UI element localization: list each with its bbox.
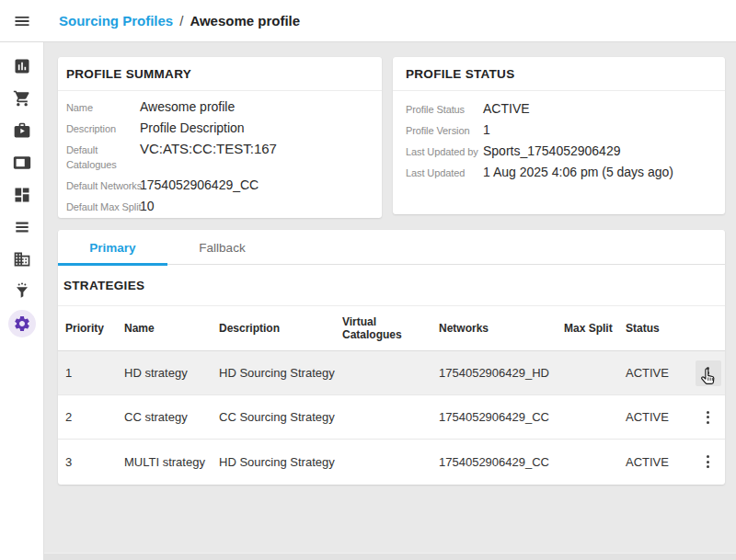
breadcrumb-separator: / (179, 13, 183, 29)
summary-row-default-max-split: Default Max Split 10 (66, 198, 373, 214)
menu-button[interactable] (0, 0, 44, 42)
strategies-card: Primary Fallback STRATEGIES Priority Nam… (58, 230, 725, 485)
kebab-icon (707, 455, 709, 468)
cell-name: HD strategy (124, 366, 219, 380)
breadcrumb-link-sourcing-profiles[interactable]: Sourcing Profiles (59, 13, 173, 29)
cell-description: CC Sourcing Strategy (219, 410, 342, 424)
status-row-profile-version: Profile Version 1 (406, 121, 716, 138)
strategies-table-header: Priority Name Description Virtual Catalo… (58, 306, 725, 351)
kebab-icon (707, 411, 709, 424)
status-row-profile-status: Profile Status ACTIVE (406, 100, 716, 117)
tab-fallback[interactable]: Fallback (167, 230, 277, 265)
row-actions-button[interactable] (696, 360, 721, 386)
field-value: Profile Description (140, 120, 373, 136)
tab-primary[interactable]: Primary (58, 230, 167, 265)
page-title: Awesome profile (190, 13, 300, 29)
profile-summary-title: PROFILE SUMMARY (58, 57, 382, 91)
breadcrumb: Sourcing Profiles / Awesome profile (59, 13, 300, 29)
summary-row-name: Name Awesome profile (66, 98, 373, 115)
list-icon (13, 218, 31, 236)
cell-networks: 1754052906429_CC (439, 410, 564, 424)
row-actions-button[interactable] (696, 449, 721, 474)
hamburger-icon (13, 12, 31, 30)
bottom-strip (44, 553, 736, 560)
cell-priority: 1 (65, 366, 124, 380)
field-label: Profile Status (406, 100, 483, 117)
summary-row-default-networks: Default Networks 1754052906429_CC (66, 177, 373, 193)
cell-description: HD Sourcing Strategy (219, 455, 342, 469)
col-header-priority: Priority (65, 322, 124, 335)
cell-name: CC strategy (124, 410, 219, 424)
cell-priority: 2 (65, 410, 124, 424)
sidebar-item-organization[interactable] (0, 243, 44, 275)
field-value: 1754052906429_CC (140, 177, 373, 193)
panel-icon (13, 154, 31, 172)
status-row-last-updated-by: Last Updated by Sports_1754052906429 (406, 143, 716, 159)
dashboard-icon (13, 186, 31, 204)
cell-status: ACTIVE (626, 366, 691, 380)
col-header-max-split: Max Split (564, 322, 626, 335)
sidebar-item-settings[interactable] (0, 307, 44, 339)
cell-description: HD Sourcing Strategy (219, 366, 342, 380)
bar-chart-icon (13, 57, 31, 75)
field-value: Awesome profile (140, 98, 373, 115)
cell-priority: 3 (65, 455, 124, 469)
table-row[interactable]: 3 MULTI strategy HD Sourcing Strategy 17… (58, 440, 725, 484)
active-item-highlight (8, 310, 36, 337)
field-label: Last Updated by (406, 143, 483, 159)
field-label: Description (66, 120, 140, 136)
cell-status: ACTIVE (626, 410, 691, 424)
cell-networks: 1754052906429_CC (439, 455, 564, 469)
col-header-name: Name (124, 322, 219, 335)
sidebar-item-cart[interactable] (0, 82, 44, 114)
profile-status-title: PROFILE STATUS (393, 57, 725, 91)
field-value: 1 (483, 121, 716, 138)
cell-status: ACTIVE (626, 455, 691, 469)
field-value: ACTIVE (483, 100, 716, 117)
top-bar: Sourcing Profiles / Awesome profile (0, 0, 736, 42)
profile-summary-card: PROFILE SUMMARY Name Awesome profile Des… (58, 57, 382, 218)
col-header-status: Status (626, 322, 691, 335)
row-actions-button[interactable] (696, 405, 721, 430)
sidebar-item-sourcing[interactable] (0, 275, 44, 307)
tab-bar: Primary Fallback (58, 230, 725, 265)
table-row[interactable]: 2 CC strategy CC Sourcing Strategy 17540… (58, 395, 725, 440)
profile-status-card: PROFILE STATUS Profile Status ACTIVE Pro… (393, 57, 725, 214)
field-label: Default Catalogues (66, 141, 140, 172)
field-label: Name (66, 98, 140, 115)
col-header-description: Description (219, 322, 342, 335)
cart-icon (13, 89, 31, 108)
sidebar-item-media[interactable] (0, 114, 44, 146)
field-label: Default Max Split (66, 198, 140, 214)
col-header-networks: Networks (439, 322, 564, 335)
kebab-icon (707, 367, 709, 380)
col-header-virtual-catalogues: Virtual Catalogues (342, 315, 439, 341)
table-row[interactable]: 1 HD strategy HD Sourcing Strategy 17540… (58, 351, 725, 395)
gear-icon (13, 314, 31, 333)
media-bag-icon (13, 121, 31, 140)
field-label: Last Updated (406, 164, 483, 180)
field-value: 10 (140, 198, 373, 214)
summary-row-description: Description Profile Description (66, 120, 373, 136)
sidebar-item-panel[interactable] (0, 146, 44, 178)
field-value: VC:ATS:CC:TEST:167 (140, 141, 373, 157)
cell-networks: 1754052906429_HD (439, 366, 564, 380)
app-window: Sourcing Profiles / Awesome profile (0, 0, 736, 560)
sidebar (0, 42, 44, 560)
cell-name: MULTI strategy (124, 455, 219, 469)
field-value: Sports_1754052906429 (483, 143, 716, 159)
sidebar-item-list[interactable] (0, 211, 44, 243)
status-row-last-updated: Last Updated 1 Aug 2025 4:06 pm (5 days … (406, 164, 716, 180)
sidebar-item-analytics[interactable] (0, 50, 44, 82)
building-icon (13, 250, 31, 269)
field-value: 1 Aug 2025 4:06 pm (5 days ago) (483, 164, 716, 180)
strategies-title: STRATEGIES (58, 265, 725, 306)
funnel-icon (13, 282, 31, 301)
sidebar-item-dashboard[interactable] (0, 178, 44, 211)
field-label: Default Networks (66, 177, 140, 193)
summary-row-default-catalogues: Default Catalogues VC:ATS:CC:TEST:167 (66, 141, 373, 172)
field-label: Profile Version (406, 121, 483, 138)
